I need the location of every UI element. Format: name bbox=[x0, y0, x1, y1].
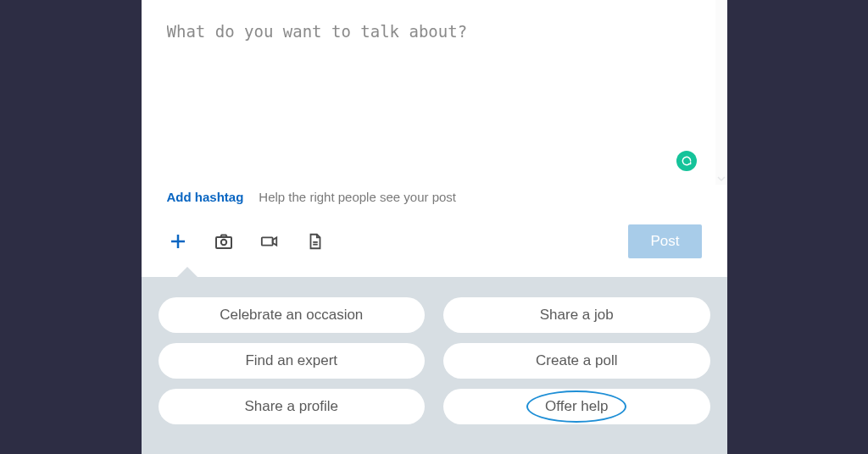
post-button[interactable]: Post bbox=[628, 224, 701, 258]
suggestion-find-expert[interactable]: Find an expert bbox=[159, 343, 426, 379]
hashtag-hint: Help the right people see your post bbox=[259, 190, 456, 204]
toolbar: Post bbox=[142, 219, 727, 277]
suggestion-share-profile[interactable]: Share a profile bbox=[159, 389, 426, 424]
scrollbar-track[interactable] bbox=[715, 0, 727, 185]
document-icon[interactable] bbox=[304, 230, 326, 252]
hashtag-row: Add hashtag Help the right people see yo… bbox=[142, 185, 727, 219]
svg-point-3 bbox=[220, 240, 225, 245]
suggestion-create-poll[interactable]: Create a poll bbox=[443, 343, 710, 379]
svg-rect-4 bbox=[261, 237, 272, 245]
camera-icon[interactable] bbox=[213, 230, 235, 252]
suggestion-offer-help[interactable]: Offer help bbox=[443, 389, 710, 424]
grammarly-icon[interactable] bbox=[676, 151, 697, 171]
toolbar-icons bbox=[167, 230, 326, 252]
suggestion-label: Share a profile bbox=[244, 398, 338, 414]
compose-area bbox=[142, 0, 727, 185]
scroll-down-icon bbox=[717, 174, 726, 183]
plus-icon[interactable] bbox=[167, 230, 189, 252]
suggestion-share-job[interactable]: Share a job bbox=[443, 297, 710, 333]
suggestion-label: Offer help bbox=[545, 398, 608, 414]
video-icon[interactable] bbox=[259, 230, 281, 252]
suggestion-celebrate[interactable]: Celebrate an occasion bbox=[159, 297, 426, 333]
suggestion-panel: Celebrate an occasion Share a job Find a… bbox=[142, 277, 727, 454]
suggestion-label: Celebrate an occasion bbox=[220, 307, 363, 323]
suggestion-grid: Celebrate an occasion Share a job Find a… bbox=[159, 297, 710, 424]
create-post-modal: Add hashtag Help the right people see yo… bbox=[142, 0, 727, 454]
add-hashtag-button[interactable]: Add hashtag bbox=[167, 190, 244, 204]
suggestion-label: Share a job bbox=[540, 307, 614, 323]
compose-textarea[interactable] bbox=[167, 20, 702, 164]
suggestion-label: Create a poll bbox=[536, 352, 617, 368]
suggestion-label: Find an expert bbox=[245, 352, 337, 368]
